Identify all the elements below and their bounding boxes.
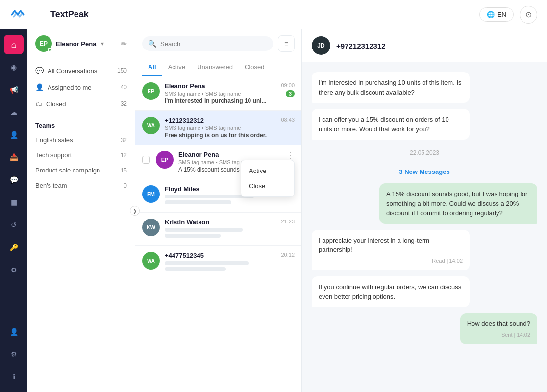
left-panel-header: EP Eleanor Pena ▾ ✏	[27, 29, 135, 58]
search-box[interactable]: 🔍	[142, 36, 273, 51]
sidebar-item-cloud[interactable]: ☁	[4, 102, 24, 122]
chevron-down-icon[interactable]: ▾	[101, 40, 104, 47]
app-title: TextPeak	[50, 9, 89, 20]
nav-item-assigned-to-me[interactable]: 👤 Assigned to me 40	[27, 79, 135, 96]
tab-active[interactable]: Active	[162, 58, 191, 76]
chat-contact-name: +97212312312	[336, 42, 386, 50]
sidebar-item-refresh[interactable]: ↺	[4, 215, 24, 235]
team-english-sales[interactable]: English sales 32	[27, 132, 135, 147]
sidebar-item-contacts[interactable]: 👤	[4, 125, 24, 145]
help-icon: ⊙	[525, 10, 532, 19]
message-5: If you continue with regular orders, we …	[312, 276, 470, 307]
conv-list: EP Eleanor Pena SMS tag name • SMS tag n…	[135, 76, 301, 392]
team-product-sale[interactable]: Product sale campaign 15	[27, 163, 135, 178]
sidebar-item-settings[interactable]: ⚙	[4, 344, 24, 364]
context-menu-active[interactable]: Active	[241, 163, 294, 178]
conv-item-eleanor-2[interactable]: EP Eleanor Pena SMS tag name • SMS tag n…	[135, 145, 301, 179]
nav-item-closed[interactable]: 🗂 Closed 32	[27, 96, 135, 112]
logo-icon	[10, 7, 25, 23]
product-sale-label: Product sale campaign	[35, 167, 100, 174]
conv-body-2: +1212312312 SMS tag name • SMS tag name …	[165, 117, 276, 139]
product-sale-count: 15	[121, 167, 127, 174]
conv-name-2: +1212312312	[165, 117, 276, 124]
conv-time-5: 21:23	[281, 219, 295, 224]
tab-all[interactable]: All	[142, 58, 162, 76]
sidebar-item-info[interactable]: ℹ	[4, 367, 24, 387]
conv-time-2: 08:43	[281, 117, 295, 122]
search-input[interactable]	[160, 40, 267, 48]
language-button[interactable]: 🌐 EN	[479, 7, 514, 22]
conv-item-phone-2[interactable]: WA +4477512345 20:12	[135, 246, 301, 279]
assigned-to-me-icon: 👤	[35, 83, 44, 91]
conv-badge-1: 3	[286, 90, 295, 97]
sidebar-item-campaigns[interactable]: 📢	[4, 80, 24, 99]
nav-list: 💬 All Conversations 150 👤 Assigned to me…	[27, 58, 135, 116]
context-menu-close[interactable]: Close	[241, 178, 294, 194]
conv-tabs: All Active Unanswered Closed	[135, 58, 301, 76]
conv-header: 🔍 ≡	[135, 29, 301, 58]
sidebar-item-table[interactable]: ▦	[4, 193, 24, 212]
conv-meta-5: 21:23	[281, 219, 295, 224]
help-button[interactable]: ⊙	[520, 6, 537, 24]
conv-name-3: Eleanor Pena	[178, 151, 295, 158]
topbar-divider	[38, 7, 38, 22]
message-2: I can offer you a 15% discount on orders…	[312, 109, 470, 140]
conv-body-6: +4477512345	[165, 252, 276, 273]
signal-icon: ◉	[11, 63, 17, 71]
table-icon: ▦	[11, 198, 17, 206]
webhook-icon: ⚙	[11, 266, 17, 274]
skeleton-4b	[165, 200, 231, 204]
icon-sidebar: ⌂ ◉ 📢 ☁ 👤 📥 💬 ▦ ↺ 🔑 ⚙	[0, 29, 27, 392]
closed-label: Closed	[46, 100, 66, 108]
team-tech-support[interactable]: Tech support 12	[27, 147, 135, 163]
cloud-icon: ☁	[10, 108, 17, 116]
assigned-to-me-label: Assigned to me	[48, 84, 92, 91]
filter-button[interactable]: ≡	[278, 35, 295, 52]
topbar: TextPeak 🌐 EN ⊙	[0, 0, 547, 29]
sidebar-item-signal[interactable]: ◉	[4, 57, 24, 77]
conv-preview-1: I'm interested in purchasing 10 uni...	[165, 98, 276, 104]
sidebar-item-webhook[interactable]: ⚙	[4, 260, 24, 280]
team-bens-team[interactable]: Ben's team 0	[27, 178, 135, 193]
conv-avatar-3: EP	[156, 151, 174, 169]
skeleton-6a	[165, 261, 249, 265]
date-divider: 22.05.2023	[312, 149, 537, 156]
bens-team-label: Ben's team	[35, 182, 67, 189]
sidebar-item-chat[interactable]: 💬	[4, 170, 24, 190]
sidebar-collapse-button[interactable]: ❯	[130, 206, 140, 216]
chat-panel: JD +97212312312 I'm interested in purcha…	[302, 29, 547, 392]
conv-item-eleanor-1[interactable]: EP Eleanor Pena SMS tag name • SMS tag n…	[135, 76, 301, 111]
profile-icon: 👤	[10, 328, 18, 336]
english-sales-count: 32	[121, 137, 127, 144]
conv-name-6: +4477512345	[165, 252, 276, 259]
all-conversations-icon: 💬	[35, 67, 44, 74]
english-sales-label: English sales	[35, 136, 73, 144]
conv-checkbox-3[interactable]	[142, 156, 150, 164]
message-4: I appreciate your interest in a long-ter…	[312, 230, 470, 271]
tab-closed[interactable]: Closed	[239, 58, 270, 76]
sidebar-item-inbox[interactable]: 📥	[4, 147, 24, 167]
conv-time-1: 09:00	[281, 82, 295, 88]
nav-item-all-conversations[interactable]: 💬 All Conversations 150	[27, 62, 135, 79]
conv-name-5: Kristin Watson	[165, 219, 276, 226]
user-avatar: EP	[35, 35, 52, 52]
compose-icon[interactable]: ✏	[121, 39, 127, 49]
conv-tags-2: SMS tag name • SMS tag name	[165, 125, 276, 131]
conv-item-phone-1[interactable]: WA +1212312312 SMS tag name • SMS tag na…	[135, 111, 301, 145]
sidebar-item-home[interactable]: ⌂	[4, 35, 24, 54]
conv-meta-6: 20:12	[281, 252, 295, 258]
closed-icon: 🗂	[35, 100, 42, 108]
conv-item-kristin[interactable]: KW Kristin Watson 21:23	[135, 213, 301, 246]
contact-icon: 👤	[10, 131, 18, 139]
user-info: EP Eleanor Pena ▾	[35, 35, 104, 52]
tab-unanswered[interactable]: Unanswered	[191, 58, 239, 76]
message-1: I'm interested in purchasing 10 units of…	[312, 72, 470, 103]
refresh-icon: ↺	[11, 221, 17, 229]
conv-more-button-3[interactable]: ⋮	[287, 151, 295, 160]
tech-support-count: 12	[121, 152, 127, 159]
sidebar-item-profile[interactable]: 👤	[4, 322, 24, 342]
sidebar-item-key[interactable]: 🔑	[4, 238, 24, 257]
chat-icon: 💬	[10, 176, 18, 184]
skeleton-4a	[165, 195, 254, 198]
conv-tags-1: SMS tag name • SMS tag name	[165, 91, 276, 97]
